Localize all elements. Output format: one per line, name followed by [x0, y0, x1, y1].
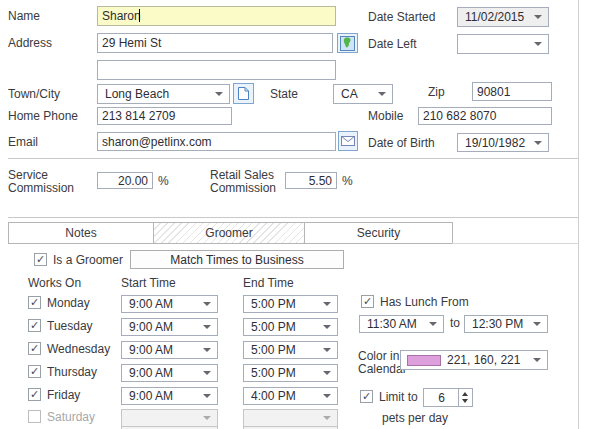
date-of-birth-value: 19/10/1982: [458, 134, 534, 151]
day-checkbox-saturday[interactable]: [28, 410, 41, 423]
end-time-combo-thursday[interactable]: 5:00 PM: [243, 364, 338, 382]
start-time-value: [122, 410, 203, 426]
end-time-value: 5:00 PM: [244, 296, 323, 312]
chevron-down-icon: [323, 371, 331, 375]
limit-checkbox[interactable]: ✓: [360, 390, 373, 403]
chevron-down-icon: [378, 92, 386, 96]
end-time-combo-monday[interactable]: 5:00 PM: [243, 295, 338, 313]
date-of-birth-label: Date of Birth: [368, 137, 435, 150]
day-label-tuesday: Tuesday: [47, 320, 93, 333]
service-commission-unit: %: [158, 175, 169, 188]
address-line2-input[interactable]: [97, 60, 336, 80]
start-time-combo-wednesday[interactable]: 9:00 AM: [121, 341, 218, 359]
map-button[interactable]: [337, 33, 358, 53]
day-checkbox-monday[interactable]: ✓: [28, 296, 41, 309]
zip-label: Zip: [428, 86, 445, 99]
end-time-combo-wednesday[interactable]: 5:00 PM: [243, 341, 338, 359]
state-combo[interactable]: CA: [333, 84, 393, 104]
separator: [8, 217, 578, 218]
start-time-combo-friday[interactable]: 9:00 AM: [121, 387, 218, 405]
day-label-friday: Friday: [47, 389, 80, 402]
end-time-combo-friday[interactable]: 4:00 PM: [243, 387, 338, 405]
match-times-button[interactable]: Match Times to Business: [130, 250, 344, 269]
state-value: CA: [334, 85, 378, 103]
tab-security[interactable]: Security: [304, 222, 453, 244]
end-time-value: 5:00 PM: [244, 319, 323, 335]
day-checkbox-thursday[interactable]: ✓: [28, 365, 41, 378]
lunch-to-label: to: [450, 317, 460, 330]
home-phone-input[interactable]: [97, 107, 232, 125]
date-left-value: [458, 35, 534, 53]
has-lunch-label: Has Lunch From: [380, 296, 469, 309]
town-city-value: Long Beach: [98, 85, 215, 103]
spin-up-icon[interactable]: [462, 392, 468, 396]
day-checkbox-friday[interactable]: ✓: [28, 388, 41, 401]
mobile-input[interactable]: [418, 107, 552, 125]
lunch-from-value: 11:30 AM: [360, 316, 429, 332]
works-on-header: Works On: [28, 277, 81, 290]
chevron-down-icon: [203, 325, 211, 329]
state-label: State: [270, 88, 298, 101]
new-document-icon: [237, 86, 250, 101]
address-label: Address: [8, 37, 52, 50]
start-time-combo-monday[interactable]: 9:00 AM: [121, 295, 218, 313]
end-time-combo-tuesday[interactable]: 5:00 PM: [243, 318, 338, 336]
send-email-button[interactable]: [338, 131, 358, 151]
service-commission-input[interactable]: [97, 172, 153, 189]
chevron-down-icon: [429, 322, 437, 326]
tab-groomer[interactable]: Groomer: [153, 222, 305, 244]
chevron-down-icon: [323, 348, 331, 352]
day-label-monday: Monday: [47, 297, 90, 310]
chevron-down-icon: [533, 358, 541, 362]
date-left-combo[interactable]: [457, 34, 549, 54]
address-input[interactable]: [97, 33, 333, 53]
start-time-header: Start Time: [121, 277, 176, 290]
map-icon: [340, 36, 355, 51]
day-checkbox-wednesday[interactable]: ✓: [28, 342, 41, 355]
start-time-combo-thursday[interactable]: 9:00 AM: [121, 364, 218, 382]
chevron-down-icon: [215, 92, 223, 96]
day-label-thursday: Thursday: [47, 366, 97, 379]
pets-limit-value: 6: [424, 389, 459, 406]
separator: [8, 158, 578, 159]
name-input[interactable]: [97, 6, 336, 26]
name-label: Name: [8, 10, 40, 23]
spin-down-icon[interactable]: [462, 399, 468, 403]
new-town-button[interactable]: [233, 83, 254, 104]
email-input[interactable]: [97, 132, 336, 151]
chevron-down-icon: [323, 325, 331, 329]
home-phone-label: Home Phone: [8, 110, 78, 123]
zip-input[interactable]: [472, 82, 552, 101]
pets-limit-spinner[interactable]: 6: [423, 388, 473, 407]
chevron-down-icon: [203, 371, 211, 375]
pets-per-day-label: pets per day: [382, 412, 448, 425]
color-swatch: [407, 355, 441, 366]
envelope-icon: [341, 136, 355, 146]
date-started-combo[interactable]: 11/02/2015: [457, 7, 549, 27]
tab-notes[interactable]: Notes: [8, 222, 154, 244]
date-of-birth-combo[interactable]: 19/10/1982: [457, 133, 549, 152]
day-checkbox-tuesday[interactable]: ✓: [28, 319, 41, 332]
panel-divider: [578, 0, 579, 429]
end-time-combo-saturday: [243, 409, 338, 427]
date-started-value: 11/02/2015: [458, 8, 534, 26]
start-time-value: 9:00 AM: [122, 388, 203, 404]
is-groomer-checkbox[interactable]: ✓: [34, 253, 47, 266]
start-time-combo-tuesday[interactable]: 9:00 AM: [121, 318, 218, 336]
chevron-down-icon: [534, 15, 542, 19]
employee-form: Name Address Town/City Long Beach State …: [0, 0, 600, 429]
retail-commission-input[interactable]: [285, 172, 337, 189]
day-label-wednesday: Wednesday: [47, 343, 110, 356]
email-label: Email: [8, 136, 38, 149]
lunch-to-combo[interactable]: 12:30 PM: [464, 315, 548, 333]
chevron-down-icon: [203, 394, 211, 398]
chevron-down-icon: [534, 42, 542, 46]
chevron-down-icon: [203, 348, 211, 352]
lunch-from-combo[interactable]: 11:30 AM: [359, 315, 444, 333]
retail-commission-label: Retail Sales Commission: [210, 169, 276, 195]
lunch-to-value: 12:30 PM: [465, 316, 533, 332]
calendar-color-combo[interactable]: 221, 160, 221: [400, 350, 548, 370]
has-lunch-checkbox[interactable]: ✓: [361, 295, 374, 308]
end-time-value: [244, 410, 323, 426]
town-city-combo[interactable]: Long Beach: [97, 84, 230, 104]
